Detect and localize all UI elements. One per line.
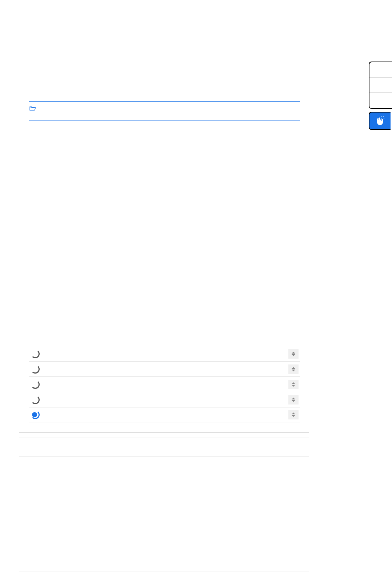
loading-spinner-icon — [31, 365, 40, 374]
loading-spinner-icon — [31, 395, 40, 404]
link-row-2[interactable] — [29, 113, 300, 121]
sort-button[interactable] — [288, 364, 299, 374]
side-tool-item[interactable] — [369, 93, 392, 108]
sign-language-icon — [374, 115, 386, 127]
sort-button[interactable] — [288, 410, 299, 419]
list-row — [29, 407, 300, 422]
side-widgets — [369, 62, 392, 130]
loading-spinner-icon — [31, 380, 40, 389]
sort-button[interactable] — [288, 380, 299, 389]
accessibility-button[interactable] — [369, 112, 391, 130]
list-area — [29, 346, 300, 422]
folder-open-icon[interactable] — [29, 106, 36, 111]
main-content-panel — [19, 0, 309, 433]
list-row — [29, 361, 300, 376]
secondary-panel — [19, 438, 309, 572]
loading-spinner-icon — [31, 350, 40, 358]
list-row — [29, 376, 300, 392]
loading-spinner-active-icon — [31, 410, 40, 419]
list-row — [29, 392, 300, 407]
sort-button[interactable] — [288, 395, 299, 405]
side-tool-item[interactable] — [369, 78, 392, 93]
sort-button[interactable] — [288, 349, 299, 359]
side-tool-item[interactable] — [369, 62, 392, 78]
link-row-1[interactable] — [29, 94, 300, 102]
list-row — [29, 346, 300, 361]
side-toolbox — [369, 62, 392, 109]
secondary-panel-header — [19, 438, 309, 457]
